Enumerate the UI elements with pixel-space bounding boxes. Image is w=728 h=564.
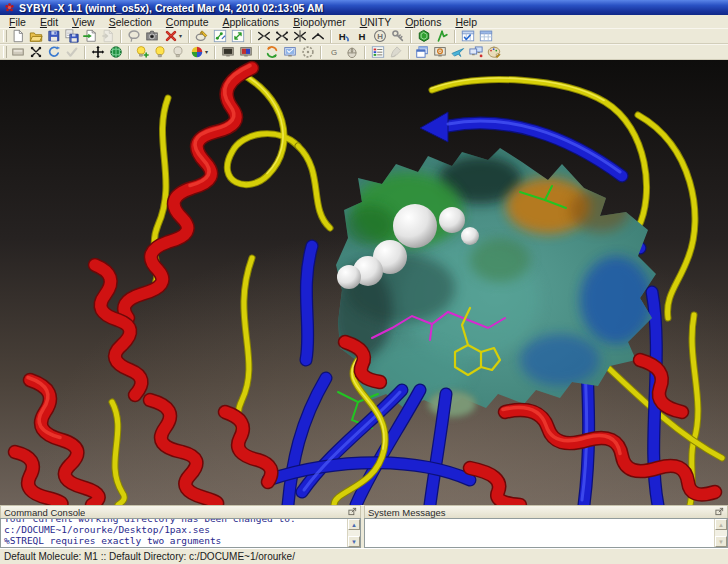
- legend-button[interactable]: [369, 45, 387, 60]
- table-button[interactable]: [477, 29, 495, 44]
- clean-structure-button[interactable]: [229, 29, 247, 44]
- display-check-button[interactable]: [281, 45, 299, 60]
- toolbar-grip[interactable]: [3, 46, 7, 58]
- monitor-color-button[interactable]: [237, 45, 255, 60]
- bond-fuse-icon: [275, 29, 289, 43]
- add-hydrogens-button[interactable]: H: [335, 29, 353, 44]
- lasso-select-button[interactable]: [125, 29, 143, 44]
- export-button: [99, 29, 117, 44]
- menu-compute[interactable]: Compute: [159, 16, 216, 28]
- global-rotate-button[interactable]: [107, 45, 125, 60]
- add-light-button[interactable]: [133, 45, 151, 60]
- new-file-icon: [11, 29, 25, 43]
- system-messages-title: System Messages: [368, 507, 446, 518]
- svg-text:H: H: [359, 31, 366, 42]
- bond-break-icon: [293, 29, 307, 43]
- sketch-molecule-button[interactable]: [193, 29, 211, 44]
- molecule-viewport[interactable]: .yld{fill:none;stroke:#8a8500;stroke-wid…: [0, 60, 728, 505]
- dashed-circle-icon: [301, 45, 315, 59]
- import-icon: [83, 29, 97, 43]
- monitor-dark-button[interactable]: [219, 45, 237, 60]
- menu-file[interactable]: File: [2, 16, 33, 28]
- toolbar-separator: [84, 46, 86, 59]
- snapshot-button[interactable]: [143, 29, 161, 44]
- scroll-down-icon[interactable]: ▼: [348, 536, 360, 547]
- selection-circle-button[interactable]: [299, 45, 317, 60]
- toolbar-grip[interactable]: [3, 30, 7, 42]
- menu-unity[interactable]: UNITY: [353, 16, 399, 28]
- light-on-button[interactable]: [151, 45, 169, 60]
- brush-button: [387, 45, 405, 60]
- menu-options[interactable]: Options: [398, 16, 448, 28]
- scroll-up-icon[interactable]: ▲: [348, 519, 360, 530]
- new-file-button[interactable]: [9, 29, 27, 44]
- windows-stack-icon: [415, 45, 429, 59]
- save-as-button[interactable]: [63, 29, 81, 44]
- flat-button[interactable]: [9, 45, 27, 60]
- windows-button[interactable]: [413, 45, 431, 60]
- title-bar[interactable]: SYBYL-X 1.1 (winnt_os5x), Created Mar 04…: [0, 0, 728, 15]
- ring-fragment-button[interactable]: [415, 29, 433, 44]
- check-gray-icon: [65, 45, 79, 59]
- center-view-button[interactable]: [27, 45, 45, 60]
- system-messages-header[interactable]: System Messages: [364, 505, 728, 518]
- cyan-plane-icon: [451, 45, 465, 59]
- paint-palette-button[interactable]: [485, 45, 503, 60]
- system-messages-body[interactable]: ▲ ▼: [364, 518, 728, 548]
- menu-selection[interactable]: Selection: [102, 16, 159, 28]
- hydrogens-button[interactable]: H: [353, 29, 371, 44]
- charges-tool-button[interactable]: [389, 29, 407, 44]
- toolbar-separator: [320, 46, 322, 59]
- light-off-button[interactable]: [169, 45, 187, 60]
- command-console-body[interactable]: Your current working directory has been …: [0, 518, 361, 548]
- menu-view[interactable]: View: [65, 16, 102, 28]
- gray-button-icon: [11, 45, 25, 59]
- swap-display-button[interactable]: [263, 45, 281, 60]
- float-panel-icon-slot[interactable]: [348, 507, 357, 518]
- menu-help[interactable]: Help: [448, 16, 484, 28]
- bottom-panels: Command Console Your current working dir…: [0, 505, 728, 548]
- bulb-on-icon: [153, 45, 167, 59]
- system-messages-panel: System Messages ▲ ▼: [364, 505, 728, 548]
- console-scrollbar[interactable]: ▲ ▼: [347, 519, 360, 547]
- translate-button[interactable]: [89, 45, 107, 60]
- save-icon: [47, 29, 61, 43]
- break-bond-button[interactable]: [291, 29, 309, 44]
- table-checked-button[interactable]: [459, 29, 477, 44]
- protein-ribbon-scene: .yld{fill:none;stroke:#8a8500;stroke-wid…: [0, 60, 728, 505]
- color-palette-button[interactable]: ▾: [187, 45, 211, 60]
- lamp-monitor-button[interactable]: [431, 45, 449, 60]
- menu-biopolymer[interactable]: Biopolymer: [286, 16, 353, 28]
- lasso-icon: [127, 29, 141, 43]
- float-panel-icon: [715, 507, 724, 516]
- toolbar-separator: [128, 46, 130, 59]
- pointer-tool-button[interactable]: [449, 45, 467, 60]
- label-g-button[interactable]: G: [325, 45, 343, 60]
- delete-button[interactable]: ▾: [161, 29, 185, 44]
- toggle-hydrogens-button[interactable]: H: [371, 29, 389, 44]
- refresh-blue-icon: [47, 45, 61, 59]
- import-button[interactable]: [81, 29, 99, 44]
- scroll-up-icon: ▲: [715, 519, 727, 530]
- join-bond-button[interactable]: [255, 29, 273, 44]
- menu-edit[interactable]: Edit: [33, 16, 65, 28]
- fuse-rings-button[interactable]: [273, 29, 291, 44]
- bond-angle-button[interactable]: [309, 29, 327, 44]
- float-panel-icon-slot[interactable]: [715, 507, 724, 518]
- mouse-settings-button[interactable]: [343, 45, 361, 60]
- center-x-icon: [29, 45, 43, 59]
- window-title: SYBYL-X 1.1 (winnt_os5x), Created Mar 04…: [19, 2, 323, 14]
- refresh-view-button[interactable]: [45, 45, 63, 60]
- open-button[interactable]: [27, 29, 45, 44]
- save-button[interactable]: [45, 29, 63, 44]
- toolbar-separator: [330, 30, 332, 43]
- monitor-screen-icon: [283, 45, 297, 59]
- dual-monitor-button[interactable]: [467, 45, 485, 60]
- residue-tool-button[interactable]: [433, 29, 451, 44]
- brush-icon: [389, 45, 403, 59]
- build-molecule-button[interactable]: [211, 29, 229, 44]
- globe-green-icon: [109, 45, 123, 59]
- command-console-header[interactable]: Command Console: [0, 505, 361, 518]
- save-as-icon: [65, 29, 79, 43]
- menu-applications[interactable]: Applications: [215, 16, 286, 28]
